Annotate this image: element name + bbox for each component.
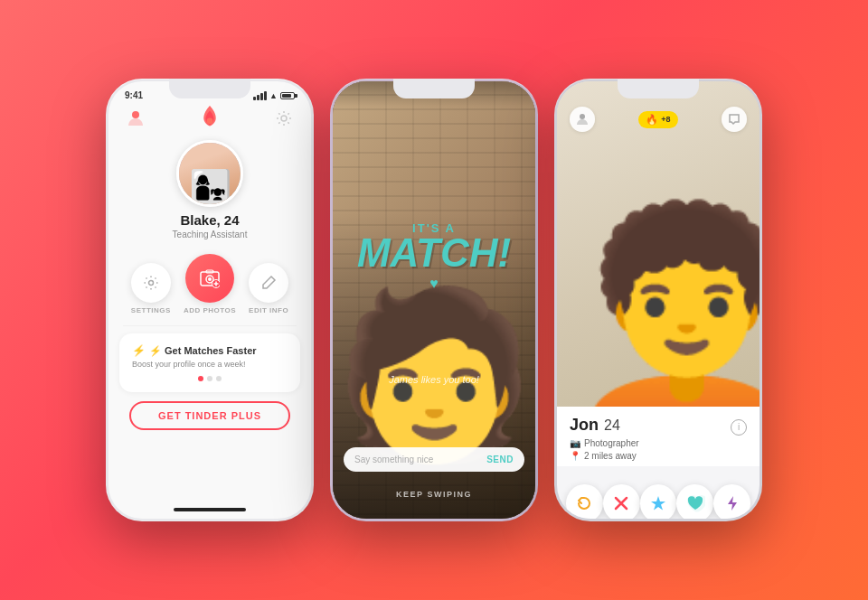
chat-icon[interactable] (722, 107, 747, 132)
home-bar (174, 508, 246, 511)
notch (393, 79, 475, 98)
notch (618, 79, 699, 98)
status-icons: ▲ (253, 91, 295, 100)
message-input-row[interactable]: Say something nice SEND (344, 447, 524, 472)
settings-button[interactable] (131, 263, 171, 303)
profile-name: Jon (570, 416, 599, 435)
svg-point-1 (207, 117, 213, 124)
divider (123, 325, 297, 326)
boost-title: ⚡ ⚡ Get Matches Faster (132, 344, 288, 357)
avatar[interactable] (176, 140, 243, 207)
match-photo: 🧑 IT'S A MATCH! ♥ James likes you too! S… (333, 81, 535, 519)
svg-point-0 (132, 111, 139, 118)
phone-profile: 9:41 ▲ (106, 79, 314, 521)
edit-info-label: EDIT INFO (249, 306, 288, 314)
match-heading: MATCH! (344, 234, 524, 270)
phone-match: 🧑 IT'S A MATCH! ♥ James likes you too! S… (330, 79, 538, 521)
add-photos-label: ADD Photos (184, 306, 236, 314)
like-button[interactable] (676, 484, 713, 520)
name-row: Jon 24 i (570, 416, 747, 436)
dot-3 (216, 376, 222, 381)
message-input[interactable]: Say something nice (354, 455, 486, 464)
carousel-dots (132, 376, 288, 381)
battery-icon (280, 92, 295, 99)
signal-icon (253, 91, 267, 100)
boost-button[interactable] (713, 484, 750, 520)
swipe-photo: 🧑‍🦱 🔥 +8 (557, 81, 760, 407)
likes-text: James likes you too! (389, 374, 479, 385)
add-photos-action[interactable]: ADD Photos (184, 254, 236, 314)
edit-info-button[interactable] (249, 263, 288, 303)
lightning-icon: ⚡ (132, 344, 146, 357)
avatar-image (179, 143, 241, 204)
likes-badge: 🔥 +8 (638, 111, 677, 128)
phone-swipe: 🧑‍🦱 🔥 +8 (554, 79, 762, 521)
edit-info-action[interactable]: EDIT INFO (249, 263, 288, 314)
svg-point-9 (580, 114, 585, 119)
profile-distance: 2 miles away (584, 451, 637, 461)
heart-icon: ♥ (429, 276, 439, 292)
send-button[interactable]: SEND (486, 455, 514, 464)
profile-info: Jon 24 i 📷 Photographer 📍 2 miles away (557, 407, 760, 466)
add-photos-button[interactable] (185, 254, 234, 303)
tinder-logo (199, 106, 221, 131)
dot-2 (207, 376, 212, 381)
heart-row: ♥ (344, 276, 524, 292)
settings-gear-icon[interactable] (271, 106, 297, 131)
job-row: 📷 Photographer (570, 438, 747, 448)
info-icon[interactable]: i (731, 419, 747, 436)
profile-age: 24 (604, 417, 620, 434)
profile-name: Blake, 24 (180, 212, 239, 228)
swipe-actions (557, 477, 760, 520)
keep-swiping-button[interactable]: KEEP SWIPING (396, 490, 472, 499)
boost-subtitle: Boost your profile once a week! (132, 360, 288, 369)
nope-button[interactable] (603, 484, 640, 520)
person-icon[interactable] (123, 106, 148, 131)
profile-job: Teaching Assistant (173, 230, 248, 239)
get-tinder-plus-button[interactable]: GET TINDER PLUS (129, 401, 290, 430)
cta-section: GET TINDER PLUS (108, 401, 311, 430)
rewind-button[interactable] (566, 484, 603, 520)
person-icon[interactable] (570, 107, 595, 132)
match-text-overlay: IT'S A MATCH! ♥ (344, 220, 524, 292)
likes-count: +8 (661, 115, 670, 124)
svg-point-6 (208, 277, 212, 281)
notch (169, 79, 250, 98)
distance-row: 📍 2 miles away (570, 451, 747, 461)
avatar-section: Blake, 24 Teaching Assistant (108, 136, 311, 247)
boost-section: ⚡ ⚡ Get Matches Faster Boost your profil… (119, 333, 300, 392)
profile-header (108, 102, 311, 136)
profile-job: Photographer (584, 438, 639, 448)
location-icon: 📍 (570, 451, 580, 461)
dot-1 (198, 376, 203, 381)
svg-point-3 (148, 281, 153, 286)
flame-icon: 🔥 (646, 114, 658, 126)
status-time: 9:41 (125, 90, 143, 100)
settings-action[interactable]: SETTINGS (131, 263, 171, 314)
super-like-button[interactable] (640, 484, 677, 520)
profile-actions: SETTINGS ADD Photos (108, 247, 311, 318)
wifi-icon: ▲ (269, 91, 278, 100)
settings-label: SETTINGS (131, 306, 171, 314)
svg-point-2 (281, 116, 287, 121)
briefcase-icon: 📷 (570, 438, 580, 448)
